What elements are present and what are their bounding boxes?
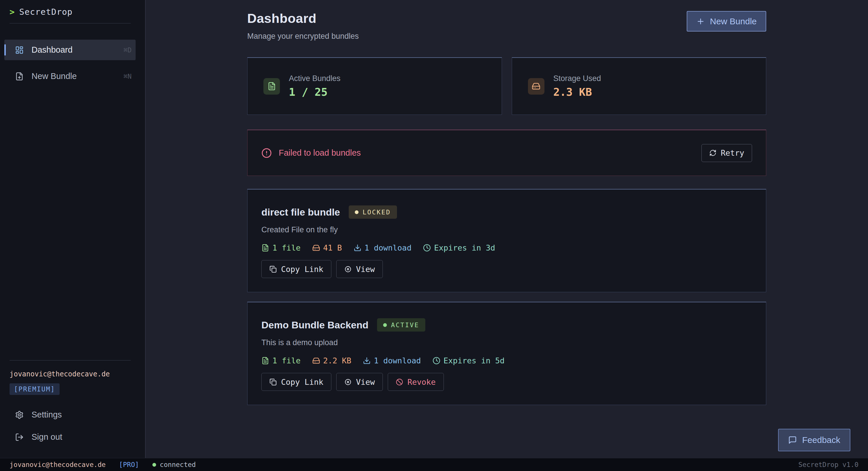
- premium-badge: [PREMIUM]: [9, 383, 60, 395]
- new-bundle-label: New Bundle: [710, 17, 757, 26]
- status-badge: LOCKED: [349, 205, 397, 219]
- retry-label: Retry: [721, 148, 744, 157]
- hard-drive-icon: [532, 82, 540, 91]
- file-plus-icon: [15, 72, 24, 81]
- status-bar: jovanovic@thecodecave.de [PRO] connected…: [0, 458, 868, 471]
- status-label: LOCKED: [363, 209, 391, 216]
- clock-icon: [423, 244, 431, 252]
- settings-button[interactable]: Settings: [15, 410, 135, 419]
- view-icon: [344, 266, 351, 273]
- settings-label: Settings: [32, 410, 62, 419]
- meta-files-label: 1 file: [272, 243, 301, 252]
- ban-icon: [396, 378, 403, 386]
- meta-downloads: 1 download: [353, 243, 412, 252]
- feedback-button[interactable]: Feedback: [778, 429, 850, 451]
- layout-dashboard-icon: [15, 46, 24, 54]
- view-button[interactable]: View: [336, 373, 383, 391]
- bundle-meta-row: 1 file 2.2 KB: [261, 356, 752, 365]
- sidebar-footer: jovanovic@thecodecave.de [PREMIUM] Setti…: [0, 360, 145, 458]
- bundle-title: direct file bundle: [261, 207, 340, 218]
- bundle-description: Created File on the fly: [261, 225, 752, 234]
- retry-button[interactable]: Retry: [702, 144, 752, 162]
- sign-out-label: Sign out: [32, 432, 62, 442]
- copy-link-button[interactable]: Copy Link: [261, 260, 331, 278]
- status-label: ACTIVE: [391, 321, 419, 329]
- meta-downloads: 1 download: [363, 356, 421, 365]
- terminal-prompt-icon: >: [9, 7, 14, 17]
- meta-size: 2.2 KB: [312, 356, 351, 365]
- stat-card-active-bundles: Active Bundles 1 / 25: [247, 57, 502, 115]
- hard-drive-icon: [312, 244, 320, 252]
- sidebar: > SecretDrop Dashboard ⌘D New Bundl: [0, 0, 146, 458]
- stat-icon-box: [264, 78, 280, 95]
- connection-dot-icon: [152, 463, 156, 467]
- bundle-title: Demo Bundle Backend: [261, 319, 368, 331]
- meta-files: 1 file: [261, 356, 301, 365]
- app-name: SecretDrop: [19, 7, 72, 17]
- copy-link-button[interactable]: Copy Link: [261, 373, 331, 391]
- stats-row: Active Bundles 1 / 25 Storage Used 2.3 K…: [247, 57, 766, 115]
- meta-downloads-label: 1 download: [374, 356, 421, 365]
- file-text-icon: [268, 82, 276, 91]
- view-icon: [344, 378, 351, 386]
- feedback-label: Feedback: [802, 435, 840, 445]
- gear-icon: [15, 411, 24, 419]
- sidebar-item-dashboard[interactable]: Dashboard ⌘D: [4, 40, 135, 60]
- stat-card-storage-used: Storage Used 2.3 KB: [512, 57, 767, 115]
- bundle-card: direct file bundle LOCKED Created File o…: [247, 189, 766, 292]
- connection-status: connected: [160, 461, 196, 468]
- bundle-meta-row: 1 file 41 B: [261, 243, 752, 252]
- bundle-card: Demo Bundle Backend ACTIVE This is a dem…: [247, 302, 766, 405]
- active-indicator: [4, 44, 6, 56]
- main-area: Dashboard Manage your encrypted bundles …: [146, 0, 868, 458]
- page-header: Dashboard Manage your encrypted bundles …: [247, 11, 766, 41]
- plus-icon: [696, 17, 705, 26]
- file-text-icon: [261, 357, 269, 364]
- meta-files-label: 1 file: [272, 356, 301, 365]
- stat-label: Active Bundles: [289, 74, 341, 83]
- app-version: SecretDrop v1.0: [798, 461, 859, 468]
- bundle-list: direct file bundle LOCKED Created File o…: [247, 189, 766, 405]
- stat-icon-box: [528, 78, 545, 95]
- copy-icon: [270, 378, 277, 386]
- stat-value: 2.3 KB: [553, 86, 601, 98]
- download-icon: [353, 244, 362, 252]
- alert-circle-icon: [261, 148, 272, 158]
- sidebar-divider: [9, 23, 131, 24]
- error-message: Failed to load bundles: [279, 148, 361, 158]
- meta-downloads-label: 1 download: [365, 243, 412, 252]
- view-button[interactable]: View: [336, 260, 383, 278]
- view-label: View: [356, 378, 375, 386]
- meta-size-label: 41 B: [323, 243, 342, 252]
- error-banner: Failed to load bundles Retry: [247, 129, 766, 176]
- revoke-button[interactable]: Revoke: [388, 373, 444, 391]
- user-email: jovanovic@thecodecave.de: [9, 370, 135, 378]
- view-label: View: [356, 265, 375, 274]
- message-square-icon: [788, 436, 797, 444]
- file-text-icon: [261, 244, 269, 252]
- download-icon: [363, 357, 371, 364]
- meta-files: 1 file: [261, 243, 301, 252]
- sign-out-button[interactable]: Sign out: [15, 432, 135, 442]
- sidebar-item-new-bundle[interactable]: New Bundle ⌘N: [4, 66, 135, 87]
- status-dot-icon: [383, 323, 387, 327]
- statusbar-email: jovanovic@thecodecave.de: [9, 461, 105, 468]
- sidebar-nav: Dashboard ⌘D New Bundle ⌘N: [0, 40, 145, 87]
- meta-expires: Expires in 3d: [423, 243, 495, 252]
- meta-expires-label: Expires in 3d: [434, 243, 495, 252]
- shortcut-hint: ⌘D: [123, 46, 131, 54]
- clock-icon: [433, 357, 440, 364]
- meta-size: 41 B: [312, 243, 342, 252]
- stat-label: Storage Used: [553, 74, 601, 83]
- status-dot-icon: [355, 210, 359, 214]
- hard-drive-icon: [312, 357, 320, 364]
- bundle-description: This is a demo upload: [261, 338, 752, 347]
- new-bundle-button[interactable]: New Bundle: [687, 11, 766, 32]
- meta-size-label: 2.2 KB: [323, 356, 351, 365]
- meta-expires: Expires in 5d: [433, 356, 504, 365]
- sidebar-item-label: New Bundle: [32, 71, 76, 81]
- sidebar-divider: [9, 360, 131, 360]
- stat-value: 1 / 25: [289, 86, 341, 98]
- meta-expires-label: Expires in 5d: [443, 356, 504, 365]
- sidebar-item-label: Dashboard: [32, 45, 72, 55]
